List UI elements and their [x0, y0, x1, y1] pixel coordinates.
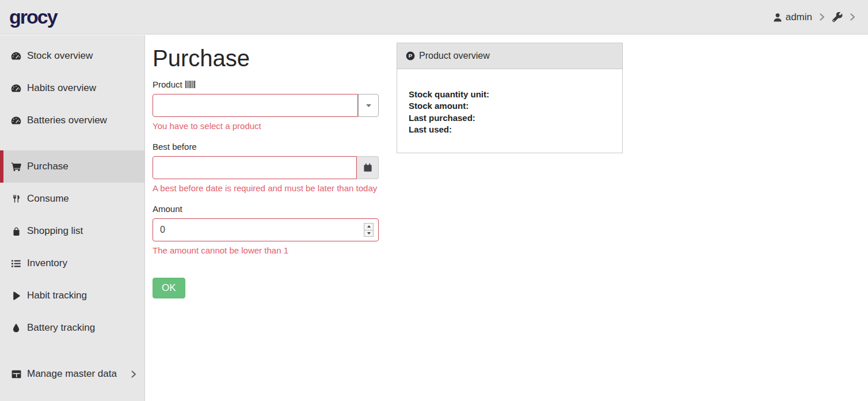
spinner-up-icon[interactable] [364, 224, 373, 230]
sidebar-item-inventory[interactable]: Inventory [0, 247, 144, 279]
best-before-field-group: Best before A best before date is requir… [153, 142, 379, 193]
best-before-date-input[interactable] [153, 156, 357, 179]
settings-menu[interactable] [832, 12, 843, 22]
sidebar-item-label: Batteries overview [27, 115, 107, 126]
last-purchased-row: Last purchased: [409, 112, 611, 124]
product-dropdown-button[interactable] [358, 94, 379, 117]
navbar-right: admin [773, 12, 855, 23]
sidebar-item-label: Manage master data [27, 368, 117, 380]
sidebar-item-label: Inventory [27, 258, 67, 269]
product-error-message: You have to select a product [153, 121, 379, 131]
best-before-label-text: Best before [153, 142, 197, 152]
sidebar-item-label: Consume [27, 193, 69, 205]
brand-logo[interactable]: grocy [9, 6, 57, 28]
settings-menu-chevron-icon[interactable] [850, 13, 855, 21]
ok-button[interactable]: OK [153, 278, 185, 298]
caret-down-icon [366, 104, 371, 107]
calendar-icon [363, 163, 372, 172]
sidebar-item-habit-tracking[interactable]: Habit tracking [0, 279, 144, 312]
wrench-icon [832, 12, 843, 22]
number-spinner[interactable] [364, 223, 374, 237]
product-label: Product [153, 80, 379, 89]
sidebar-item-stock-overview[interactable]: Stock overview [0, 40, 144, 72]
amount-number-input[interactable] [153, 218, 379, 241]
svg-text:P: P [409, 52, 413, 59]
amount-label: Amount [153, 204, 379, 214]
sidebar-item-label: Stock overview [27, 50, 93, 62]
sidebar-item-batteries-overview[interactable]: Batteries overview [0, 104, 144, 137]
product-overview-body: Stock quantity unit: Stock amount: Last … [397, 69, 622, 153]
play-icon [10, 292, 22, 300]
user-icon [773, 13, 782, 22]
product-overview-card: P Product overview Stock quantity unit: … [397, 43, 623, 153]
amount-field-group: Amount The amount cannot be lower than 1 [153, 204, 379, 255]
product-combobox-input[interactable] [153, 94, 358, 117]
barcode-icon [185, 81, 196, 88]
sidebar-item-label: Habits overview [27, 82, 96, 94]
sidebar-item-shopping-list[interactable]: Shopping list [0, 215, 144, 247]
product-overview-title: Product overview [419, 51, 490, 61]
sidebar-item-label: Purchase [27, 161, 68, 172]
last-used-row: Last used: [409, 124, 611, 135]
best-before-error-message: A best before date is required and must … [153, 183, 379, 193]
sidebar-item-habits-overview[interactable]: Habits overview [0, 72, 144, 104]
sidebar: Stock overview Habits overview [0, 35, 145, 401]
sidebar-item-manage-master-data[interactable]: Manage master data [0, 358, 144, 390]
user-menu[interactable]: admin [773, 12, 812, 23]
product-overview-header: P Product overview [397, 43, 622, 69]
amount-input-wrap [153, 218, 379, 241]
gauge-icon [10, 51, 22, 60]
sidebar-item-label: Habit tracking [27, 290, 87, 301]
amount-error-message: The amount cannot be lower than 1 [153, 245, 379, 255]
gauge-icon [10, 116, 22, 125]
stock-amount-row: Stock amount: [409, 100, 611, 112]
calendar-picker-button[interactable] [357, 156, 379, 179]
sidebar-item-label: Shopping list [27, 225, 83, 237]
user-name: admin [786, 12, 812, 23]
product-combobox [153, 94, 379, 117]
product-label-text: Product [153, 80, 182, 89]
utensils-icon [10, 194, 22, 203]
product-field-group: Product You have to [153, 80, 379, 131]
sidebar-item-battery-tracking[interactable]: Battery tracking [0, 312, 144, 344]
table-icon [10, 370, 22, 379]
spinner-down-icon[interactable] [364, 230, 373, 237]
purchase-form: Product You have to [153, 80, 379, 298]
chevron-right-icon [131, 370, 136, 378]
best-before-label: Best before [153, 142, 379, 152]
best-before-input-group [153, 156, 379, 179]
sidebar-item-label: Battery tracking [27, 322, 95, 334]
sidebar-item-consume[interactable]: Consume [0, 183, 144, 215]
shopping-cart-icon [10, 162, 22, 171]
amount-label-text: Amount [153, 204, 182, 214]
user-menu-chevron-icon[interactable] [820, 13, 825, 21]
shopping-bag-icon [10, 226, 22, 236]
tint-icon [10, 323, 22, 332]
product-circle-icon: P [406, 51, 415, 60]
top-navbar: grocy admin [0, 0, 868, 35]
list-icon [10, 260, 22, 267]
sidebar-item-purchase[interactable]: Purchase [0, 150, 144, 183]
stock-quantity-unit-row: Stock quantity unit: [409, 89, 611, 100]
gauge-icon [10, 84, 22, 93]
